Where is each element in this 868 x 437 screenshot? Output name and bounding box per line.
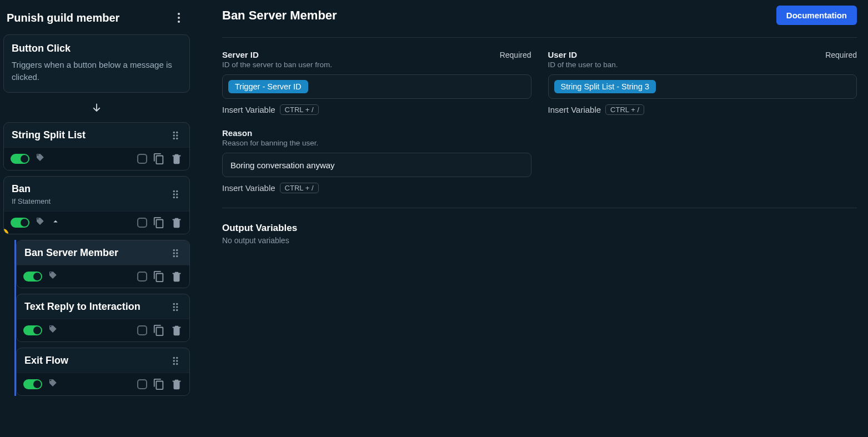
insert-variable-label[interactable]: Insert Variable [548, 105, 601, 114]
tag-icon[interactable] [48, 324, 58, 336]
toggle-enable[interactable] [11, 218, 29, 228]
trash-icon[interactable] [170, 378, 183, 390]
tag-icon[interactable] [35, 153, 45, 164]
svg-point-3 [173, 131, 175, 133]
svg-point-4 [176, 131, 178, 133]
drag-handle-icon[interactable] [169, 188, 182, 200]
block-string-split-list[interactable]: String Split List [3, 122, 190, 170]
svg-point-31 [173, 363, 175, 364]
documentation-button[interactable]: Documentation [776, 6, 857, 25]
keyboard-hint: CTRL + / [280, 104, 319, 115]
svg-point-0 [178, 13, 180, 15]
more-menu-icon[interactable] [172, 11, 185, 24]
trash-icon[interactable] [170, 153, 183, 165]
svg-point-10 [176, 190, 178, 192]
block-config-panel: Ban Server Member Documentation Server I… [200, 0, 868, 437]
trash-icon[interactable] [170, 217, 183, 229]
block-title: Text Reply to Interaction [24, 301, 141, 313]
svg-point-29 [173, 360, 175, 361]
field-server-id: Server ID Required ID of the server to b… [222, 50, 531, 115]
trash-icon[interactable] [170, 324, 183, 336]
toggle-enable[interactable] [23, 272, 42, 282]
variable-chip[interactable]: Trigger - Server ID [228, 80, 308, 93]
svg-point-24 [176, 306, 178, 308]
sidebar-header: Punish guild member [3, 6, 190, 34]
copy-icon[interactable] [153, 217, 165, 229]
tag-icon[interactable] [48, 270, 58, 282]
trigger-card[interactable]: Button Click Triggers when a button belo… [3, 34, 190, 93]
checkbox[interactable] [137, 218, 147, 228]
svg-point-25 [173, 309, 175, 310]
checkbox[interactable] [137, 272, 147, 282]
tag-icon[interactable] [48, 378, 58, 390]
svg-point-21 [173, 303, 175, 304]
copy-icon[interactable] [153, 324, 165, 336]
field-label: Reason [222, 128, 252, 138]
svg-point-26 [176, 309, 178, 310]
field-description: ID of the server to ban user from. [222, 61, 531, 69]
panel-title: Ban Server Member [222, 8, 337, 23]
checkbox[interactable] [137, 325, 147, 335]
toggle-enable[interactable] [23, 325, 42, 335]
insert-variable-label[interactable]: Insert Variable [222, 105, 275, 114]
flow-arrow-icon [3, 96, 190, 122]
tag-icon[interactable] [35, 217, 45, 228]
copy-icon[interactable] [153, 378, 165, 390]
drag-handle-icon[interactable] [169, 301, 182, 313]
svg-point-16 [176, 249, 178, 250]
block-subtitle: If Statement [12, 197, 51, 205]
svg-point-8 [176, 137, 178, 139]
drag-handle-icon[interactable] [169, 355, 182, 367]
svg-point-23 [173, 306, 175, 308]
svg-point-5 [173, 134, 175, 136]
block-ban-server-member[interactable]: Ban Server Member [16, 240, 190, 288]
trash-icon[interactable] [170, 270, 183, 283]
trigger-title: Button Click [12, 43, 182, 54]
svg-point-7 [173, 137, 175, 139]
svg-point-15 [173, 249, 175, 250]
svg-point-20 [176, 255, 178, 257]
flow-sidebar: Punish guild member Button Click Trigger… [0, 0, 200, 437]
field-label: Server ID [222, 50, 259, 59]
block-ban[interactable]: Ban If Statement ? [3, 176, 190, 234]
svg-point-9 [173, 190, 175, 192]
block-title: Exit Flow [24, 355, 68, 366]
svg-point-12 [176, 193, 178, 195]
field-description: ID of the user to ban. [548, 61, 857, 69]
checkbox[interactable] [137, 154, 147, 164]
field-reason: Reason Reason for banning the user. Inse… [222, 128, 531, 193]
trigger-description: Triggers when a button below a message i… [12, 59, 182, 83]
svg-point-11 [173, 193, 175, 195]
copy-icon[interactable] [153, 153, 165, 165]
required-tag: Required [500, 51, 531, 59]
svg-point-1 [178, 17, 180, 19]
block-text-reply-interaction[interactable]: Text Reply to Interaction [16, 294, 190, 342]
drag-handle-icon[interactable] [169, 247, 182, 259]
variable-chip[interactable]: String Split List - String 3 [554, 80, 656, 93]
block-title: Ban Server Member [24, 247, 118, 259]
drag-handle-icon[interactable] [169, 129, 182, 142]
svg-point-17 [173, 252, 175, 254]
block-exit-flow[interactable]: Exit Flow [16, 348, 190, 396]
chevron-up-icon[interactable] [51, 217, 61, 228]
keyboard-hint: CTRL + / [280, 183, 319, 193]
block-title: Ban [12, 183, 51, 195]
insert-variable-label[interactable]: Insert Variable [222, 183, 275, 193]
toggle-enable[interactable] [11, 154, 29, 164]
output-section: Output Variables No output variables [222, 223, 857, 245]
field-user-id: User ID Required ID of the user to ban. … [548, 50, 857, 115]
block-title: String Split List [12, 129, 86, 141]
reason-input[interactable] [222, 153, 531, 177]
svg-point-28 [176, 356, 178, 358]
svg-point-22 [176, 303, 178, 304]
user-id-input[interactable]: String Split List - String 3 [548, 74, 857, 99]
section-divider [222, 208, 857, 208]
server-id-input[interactable]: Trigger - Server ID [222, 74, 531, 99]
required-tag: Required [825, 51, 857, 59]
output-title: Output Variables [222, 223, 857, 234]
toggle-enable[interactable] [23, 379, 42, 389]
field-label: User ID [548, 50, 578, 59]
checkbox[interactable] [137, 379, 147, 389]
flow-title: Punish guild member [7, 12, 119, 24]
copy-icon[interactable] [153, 270, 165, 283]
